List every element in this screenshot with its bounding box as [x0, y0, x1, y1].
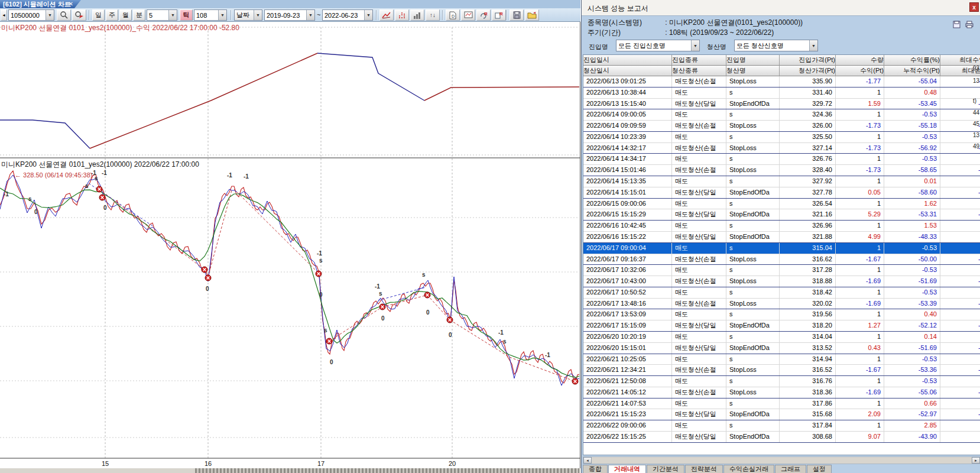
table-row[interactable]: 2022/06/21 12:50:08매도s316.761-0.530.32	[583, 376, 980, 387]
table-row[interactable]: 2022/06/15 15:15:29매도청산(당일StopEndOfDa321…	[583, 209, 980, 221]
column-header[interactable]: 청산가격(Pt)	[780, 66, 836, 76]
volume-bars-button[interactable]	[410, 9, 424, 21]
tick-combo[interactable]: 108 ▼	[194, 9, 227, 21]
scroll-left-arrow-icon[interactable]: ◂	[583, 457, 592, 464]
column-header[interactable]: 누적수익(Pt)	[884, 66, 940, 76]
new-document-button[interactable]: D	[446, 9, 460, 21]
chevron-down-icon[interactable]: ▼	[46, 10, 54, 20]
report-tab-그래프[interactable]: 그래프	[775, 465, 806, 473]
table-row[interactable]: 2022/06/13 10:38:44매도s331.4010.481.96	[583, 88, 980, 99]
open-folder-button[interactable]	[525, 9, 539, 21]
minute-combo[interactable]: 5 ▼	[147, 9, 177, 21]
table-row[interactable]: 2022/06/17 10:32:06매도s317.281-0.530.06	[583, 265, 980, 276]
table-row[interactable]: 2022/06/22 15:15:25매도청산(당일StopEndOfDa308…	[583, 432, 980, 443]
report-tab-전략분석[interactable]: 전략분석	[685, 465, 723, 473]
table-row[interactable]: 2022/06/21 14:05:12매도청산(손절StopLoss318.36…	[583, 387, 980, 399]
column-header[interactable]: 진입명	[726, 55, 780, 66]
chevron-down-icon[interactable]: ▼	[254, 10, 262, 20]
chart-window-button[interactable]	[461, 9, 475, 21]
sort-button[interactable]: ↑↓	[426, 9, 440, 21]
table-row[interactable]: 2022/06/14 14:32:17매도청산(손절StopLoss327.14…	[583, 143, 980, 154]
symbol-combo[interactable]: 10500000 ▼	[8, 9, 54, 21]
report-tab-설정[interactable]: 설정	[807, 465, 832, 473]
table-row[interactable]: 2022/06/16 10:42:45매도s326.9611.535.86	[583, 221, 980, 232]
table-row[interactable]: 2022/06/17 15:15:09매도청산(당일StopEndOfDa318…	[583, 320, 980, 332]
trades-table-body[interactable]: 2022/06/13 09:01:25매도청산(손절StopLoss335.90…	[583, 76, 980, 443]
date-mode-combo[interactable]: 날짜 ▼	[234, 9, 262, 21]
trades-table[interactable]: 진입일시진입종류진입명진입가격(Pt)수량수익률(%)최대수익(Pt)청산일시청…	[583, 54, 980, 455]
column-header[interactable]: 진입가격(Pt)	[780, 55, 836, 66]
column-header[interactable]: 수익률(%)	[884, 55, 940, 66]
column-header[interactable]: 진입종류	[672, 55, 726, 66]
chevron-down-icon[interactable]: ▼	[306, 10, 314, 20]
table-row[interactable]: 2022/06/14 15:15:01매도청산(당일StopEndOfDa327…	[583, 187, 980, 199]
tab-close-icon[interactable]: ✕	[69, 0, 73, 8]
table-row[interactable]: 2022/06/21 14:07:53매도s317.8610.662.58	[583, 399, 980, 410]
table-row[interactable]: 2022/06/21 10:25:05매도s314.941-0.531.10	[583, 354, 980, 365]
column-header[interactable]: 수익(Pt)	[836, 66, 884, 76]
period-minute-button[interactable]: 분	[133, 9, 145, 21]
column-header[interactable]: 청산명	[726, 66, 780, 76]
scrollbar-thumb[interactable]	[195, 468, 579, 473]
table-row[interactable]: 2022/06/21 12:34:21매도청산(손절StopLoss316.52…	[583, 365, 980, 376]
column-header[interactable]: 최대수익(Pt)	[940, 55, 980, 66]
chart-horizontal-scrollbar[interactable]	[0, 468, 580, 473]
report-print-button[interactable]	[965, 21, 973, 30]
report-copy-button[interactable]: R	[492, 9, 506, 21]
table-row[interactable]: 2022/06/14 10:23:39매도s325.501-0.532.04	[583, 132, 980, 143]
table-row[interactable]: 2022/06/14 15:13:35매도s327.9210.010.20	[583, 176, 980, 187]
window-tab[interactable]: [6102] 시뮬레이션 차트 ✕	[0, 0, 82, 8]
report-tab-거래내역[interactable]: 거래내역	[608, 465, 646, 473]
report-save-button[interactable]	[953, 21, 960, 30]
table-row[interactable]: 2022/06/13 15:15:40매도청산(당일StopEndOfDa329…	[583, 99, 980, 110]
tick-button[interactable]: 틱	[180, 9, 193, 21]
close-icon[interactable]: x	[969, 2, 979, 12]
table-row[interactable]: 2022/06/14 09:09:59매도청산(손절StopLoss326.00…	[583, 121, 980, 132]
entry-filter-combo[interactable]: 모든 진입신호명 ▼	[616, 40, 700, 51]
period-month-button[interactable]: 월	[119, 9, 132, 21]
chart-area[interactable]: 미니KP200 선물연결 0101_yes2(100000)_수익 2022/0…	[0, 22, 580, 473]
chevron-down-icon[interactable]: ▼	[168, 10, 177, 20]
date-from-combo[interactable]: 2019-09-23 ▼	[264, 9, 315, 21]
period-day-button[interactable]: 일	[92, 9, 105, 21]
table-row[interactable]: 2022/06/15 09:00:06매도s326.5411.626.88	[583, 199, 980, 210]
table-row[interactable]: 2022/06/17 10:50:52매도s318.421-0.531.66	[583, 287, 980, 299]
table-row[interactable]: 2022/06/21 15:15:23매도청산(당일StopEndOfDa315…	[583, 409, 980, 420]
save-button[interactable]	[510, 9, 524, 21]
table-row[interactable]: 2022/06/17 09:16:37매도청산(손절StopLoss316.62…	[583, 254, 980, 265]
column-header[interactable]: 진입일시	[583, 55, 672, 66]
table-horizontal-scrollbar[interactable]: ◂ ▸	[583, 456, 980, 464]
table-row[interactable]: 2022/06/17 10:43:00매도청산(손절StopLoss318.88…	[583, 276, 980, 287]
report-tab-수익손실거래[interactable]: 수익손실거래	[723, 465, 774, 473]
column-header[interactable]: 청산종류	[672, 66, 726, 76]
search-button[interactable]	[57, 9, 71, 21]
scroll-left-button[interactable]: ◂	[1, 9, 7, 21]
chart-canvas[interactable]: -1s0s-1s-100-1-1-1s0s0-1s0s00-1s-1151617…	[0, 22, 580, 473]
scroll-right-arrow-icon[interactable]: ▸	[972, 457, 980, 464]
report-refresh-button[interactable]: R	[476, 9, 491, 21]
report-tab-기간분석[interactable]: 기간분석	[647, 465, 684, 473]
table-row[interactable]: 2022/06/20 15:15:01매도청산(당일StopEndOfDa313…	[583, 343, 980, 354]
exit-filter-combo[interactable]: 모든 청산신호명 ▼	[734, 40, 818, 51]
date-to-combo[interactable]: 2022-06-23 ▼	[322, 9, 373, 21]
chevron-down-icon[interactable]: ▼	[364, 10, 372, 20]
table-row[interactable]: 2022/06/20 10:20:19매도s314.0410.142.64	[583, 332, 980, 343]
table-row[interactable]: 2022/06/13 09:01:25매도청산(손절StopLoss335.90…	[583, 76, 980, 88]
table-row[interactable]: 2022/06/17 09:00:04매도s315.041-0.530.60	[583, 243, 980, 254]
table-row[interactable]: 2022/06/14 09:00:05매도s324.361-0.531.16	[583, 109, 980, 121]
table-row[interactable]: 2022/06/17 13:48:16매도청산(손절StopLoss320.02…	[583, 299, 980, 310]
table-row[interactable]: 2022/06/14 14:34:17매도s326.761-0.530.40	[583, 154, 980, 165]
table-row[interactable]: 2022/06/16 15:15:22매도청산(당일StopEndOfDa321…	[583, 232, 980, 243]
signal-bars-button[interactable]	[395, 9, 409, 21]
chevron-down-icon[interactable]: ▼	[218, 10, 226, 20]
column-header[interactable]: 수량	[836, 55, 884, 66]
table-row[interactable]: 2022/06/14 15:01:46매도청산(손절StopLoss328.40…	[583, 165, 980, 176]
column-header[interactable]: 청산일시	[583, 66, 672, 76]
table-row[interactable]: 2022/06/22 09:00:06매도s317.8412.859.40	[583, 420, 980, 432]
trendline-tool-button[interactable]	[379, 9, 394, 21]
period-week-button[interactable]: 주	[106, 9, 118, 21]
table-row[interactable]: 2022/06/17 13:53:09매도s319.5610.401.38	[583, 309, 980, 320]
chevron-down-icon[interactable]: ▼	[809, 40, 817, 51]
report-tab-종합[interactable]: 종합	[583, 465, 608, 473]
chevron-down-icon[interactable]: ▼	[691, 40, 699, 51]
